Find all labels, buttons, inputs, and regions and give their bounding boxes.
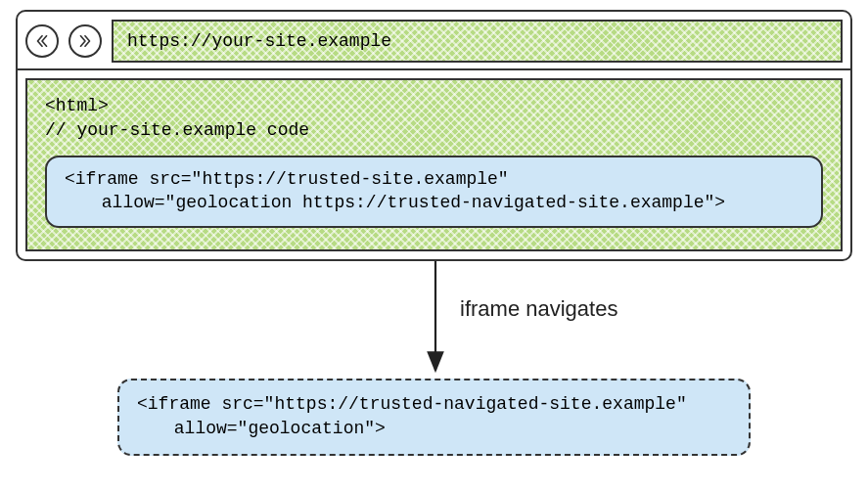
forward-button-icon[interactable] [69,24,102,58]
iframe-navigated-line-2: allow="geolocation"> [137,417,731,440]
arrow-area: iframe navigates [10,261,858,379]
arrow-label: iframe navigates [460,296,617,322]
iframe-initial-box: <iframe src="https://trusted-site.exampl… [45,156,823,229]
iframe-initial-line-2: allow="geolocation https://trusted-navig… [65,191,803,214]
page-code-line-2: // your-site.example code [45,118,823,142]
iframe-navigated-line-1: <iframe src="https://trusted-navigated-s… [137,392,731,416]
browser-viewport: <html> // your-site.example code <iframe… [18,68,850,259]
page-content: <html> // your-site.example code <iframe… [25,78,843,251]
browser-toolbar: https://your-site.example [25,20,843,68]
iframe-navigated-box: <iframe src="https://trusted-navigated-s… [117,379,751,456]
navigation-arrow-icon [10,261,858,379]
page-code-line-1: <html> [45,94,823,117]
back-button-icon[interactable] [25,24,59,58]
address-bar[interactable]: https://your-site.example [112,20,843,63]
address-bar-url: https://your-site.example [127,31,391,51]
iframe-initial-line-1: <iframe src="https://trusted-site.exampl… [65,167,803,191]
browser-window: https://your-site.example <html> // your… [16,10,852,261]
